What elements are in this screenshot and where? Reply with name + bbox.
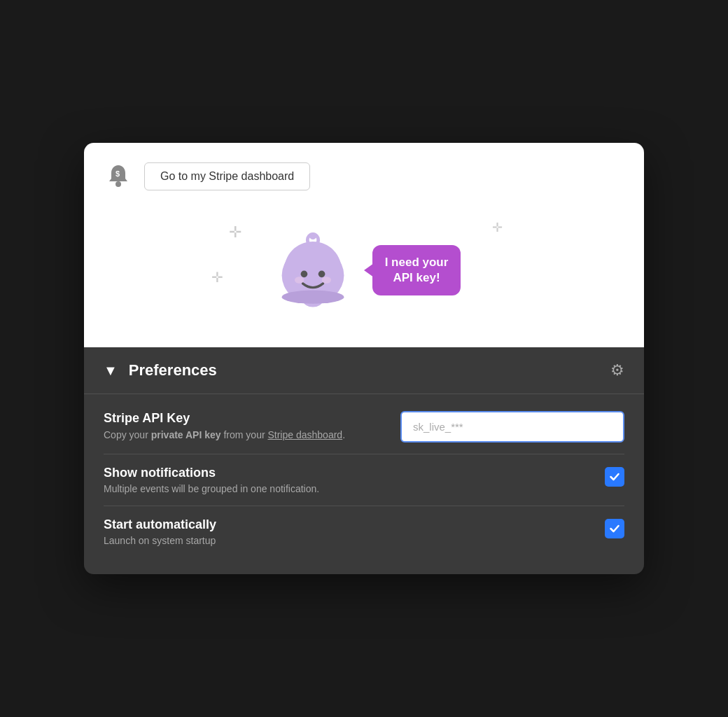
bell-illustration <box>267 221 358 319</box>
svg-point-9 <box>295 277 304 284</box>
show-notifications-left: Show notifications Multiple events will … <box>104 466 588 494</box>
api-key-input[interactable] <box>400 411 624 443</box>
svg-point-4 <box>309 232 316 239</box>
chevron-down-icon: ▼ <box>104 363 118 379</box>
show-notifications-label: Show notifications <box>104 466 588 480</box>
svg-point-6 <box>281 290 344 303</box>
api-key-label: Stripe API Key <box>104 411 384 426</box>
gear-icon[interactable]: ⚙ <box>610 361 624 380</box>
show-notifications-description: Multiple events will be grouped in one n… <box>104 483 588 494</box>
divider-2 <box>104 506 624 506</box>
stripe-dashboard-link[interactable]: Stripe dashboard <box>267 429 342 440</box>
checkmark-icon <box>609 471 620 482</box>
speech-bubble: I need your API key! <box>372 245 461 295</box>
speech-bubble-text: I need your API key! <box>385 256 449 284</box>
start-automatically-description: Launch on system startup <box>104 535 588 546</box>
show-notifications-row: Show notifications Multiple events will … <box>104 466 624 494</box>
start-automatically-label: Start automatically <box>104 517 588 532</box>
svg-point-8 <box>318 270 325 277</box>
sparkle-icon-2: ✛ <box>211 270 223 284</box>
top-section: $ Go to my Stripe dashboard ✛ ✛ ✛ <box>84 143 644 347</box>
bottom-section: ▼ Preferences ⚙ Stripe API Key Copy your… <box>84 347 644 574</box>
start-automatically-checkbox[interactable] <box>605 519 624 538</box>
start-auto-checkmark-icon[interactable] <box>605 519 624 538</box>
start-automatically-left: Start automatically Launch on system sta… <box>104 517 588 546</box>
illustration-area: ✛ ✛ ✛ <box>105 207 623 347</box>
show-notifications-checkbox[interactable] <box>605 467 624 487</box>
api-key-desc-suffix: . <box>342 429 345 440</box>
api-key-desc-middle: from your <box>221 429 268 440</box>
dashboard-button[interactable]: Go to my Stripe dashboard <box>144 162 310 190</box>
start-automatically-row: Start automatically Launch on system sta… <box>104 517 624 546</box>
svg-point-7 <box>300 270 307 277</box>
preferences-title: Preferences <box>129 361 217 380</box>
api-key-left: Stripe API Key Copy your private API key… <box>104 411 384 443</box>
checkbox-checked-icon[interactable] <box>605 467 624 487</box>
stripe-icon: $ <box>105 163 132 190</box>
svg-point-10 <box>321 277 331 284</box>
checkmark-icon-2 <box>609 523 620 534</box>
preferences-header: ▼ Preferences ⚙ <box>84 347 644 394</box>
sparkle-icon-3: ✛ <box>492 221 503 234</box>
preferences-left: ▼ Preferences <box>104 361 217 380</box>
sparkle-icon-1: ✛ <box>229 225 241 240</box>
api-key-row: Stripe API Key Copy your private API key… <box>104 411 624 443</box>
app-window: $ Go to my Stripe dashboard ✛ ✛ ✛ <box>84 143 644 574</box>
svg-point-0 <box>115 181 121 187</box>
bell-container: ✛ ✛ ✛ <box>267 221 461 319</box>
api-key-desc-prefix: Copy your <box>104 429 151 440</box>
divider-1 <box>104 454 624 454</box>
api-key-description: Copy your private API key from your Stri… <box>104 429 384 443</box>
svg-text:$: $ <box>115 169 120 178</box>
api-key-desc-bold: private API key <box>151 429 221 440</box>
preferences-body: Stripe API Key Copy your private API key… <box>84 394 644 574</box>
top-header: $ Go to my Stripe dashboard <box>105 162 623 190</box>
